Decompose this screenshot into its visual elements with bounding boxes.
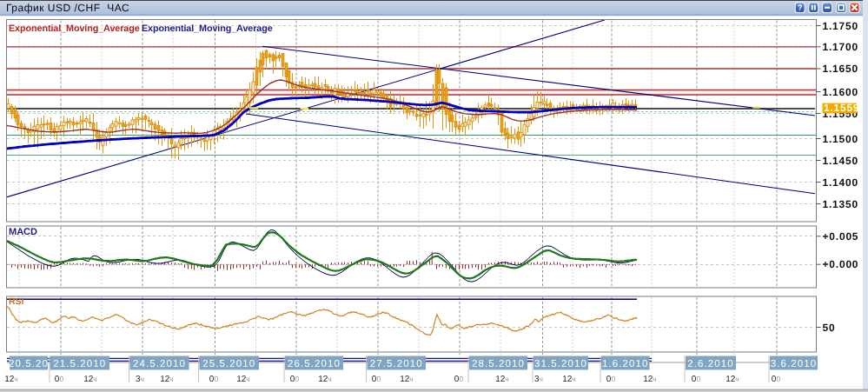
svg-text:24.5.2010: 24.5.2010 bbox=[133, 359, 186, 369]
svg-text:1.1500: 1.1500 bbox=[823, 133, 859, 145]
svg-text:1.1450: 1.1450 bbox=[823, 155, 859, 167]
svg-text:00: 00 bbox=[209, 375, 219, 384]
svg-text:50: 50 bbox=[823, 322, 836, 334]
svg-text:28.5.2010: 28.5.2010 bbox=[472, 359, 525, 369]
svg-text:31.5.2010: 31.5.2010 bbox=[534, 359, 587, 369]
svg-text:20.5.20: 20.5.20 bbox=[9, 359, 49, 369]
svg-text:00: 00 bbox=[372, 375, 381, 384]
svg-text:21.5.2010: 21.5.2010 bbox=[53, 359, 106, 369]
svg-text:00: 00 bbox=[772, 375, 781, 384]
svg-text:MACD: MACD bbox=[9, 227, 37, 237]
svg-text:1.1600: 1.1600 bbox=[823, 86, 859, 98]
svg-text:+0.000: +0.000 bbox=[823, 258, 859, 270]
svg-text:1.1650: 1.1650 bbox=[823, 63, 859, 75]
svg-text:12ч: 12ч bbox=[83, 375, 97, 384]
svg-text:Exponential_Moving_Average: Exponential_Moving_Average bbox=[142, 23, 273, 34]
svg-text:Exponential_Moving_Average: Exponential_Moving_Average bbox=[9, 23, 140, 34]
svg-text:?: ? bbox=[798, 3, 803, 13]
svg-text:26.5.2010: 26.5.2010 bbox=[288, 359, 341, 369]
svg-text:1.1350: 1.1350 bbox=[823, 198, 859, 210]
svg-text:2.6.2010: 2.6.2010 bbox=[687, 359, 734, 369]
svg-text:27.5.2010: 27.5.2010 bbox=[370, 359, 423, 369]
svg-text:00: 00 bbox=[55, 375, 64, 384]
svg-text:1.1750: 1.1750 bbox=[823, 20, 859, 32]
svg-text:RSI: RSI bbox=[9, 296, 24, 307]
svg-text:12ч: 12ч bbox=[495, 375, 509, 384]
svg-text:12ч: 12ч bbox=[236, 375, 250, 384]
svg-text:12ч: 12ч bbox=[4, 375, 18, 384]
svg-text:00: 00 bbox=[692, 375, 701, 384]
svg-text:График USD /CHF ЧАС: График USD /CHF ЧАС bbox=[6, 2, 129, 14]
svg-text:1.1700: 1.1700 bbox=[823, 41, 859, 53]
svg-text:3ч: 3ч bbox=[534, 375, 543, 384]
svg-text:+0.005: +0.005 bbox=[823, 230, 859, 243]
svg-text:1.1400: 1.1400 bbox=[823, 176, 859, 189]
svg-text:12ч: 12ч bbox=[562, 375, 576, 384]
svg-text:12ч: 12ч bbox=[726, 375, 739, 384]
svg-text:12ч: 12ч bbox=[160, 375, 174, 384]
svg-text:00: 00 bbox=[606, 375, 616, 384]
svg-text:00: 00 bbox=[290, 375, 300, 384]
svg-text:1.6.2010: 1.6.2010 bbox=[602, 359, 649, 369]
svg-text:12ч: 12ч bbox=[400, 375, 414, 384]
svg-text:25.5.2010: 25.5.2010 bbox=[202, 359, 255, 369]
svg-text:3ч: 3ч bbox=[136, 375, 144, 384]
svg-text:12ч: 12ч bbox=[318, 375, 332, 384]
svg-text:1.1559: 1.1559 bbox=[824, 102, 860, 114]
svg-text:3.6.2010: 3.6.2010 bbox=[771, 359, 818, 369]
svg-text:00: 00 bbox=[454, 375, 464, 384]
svg-text:12ч: 12ч bbox=[643, 375, 657, 384]
